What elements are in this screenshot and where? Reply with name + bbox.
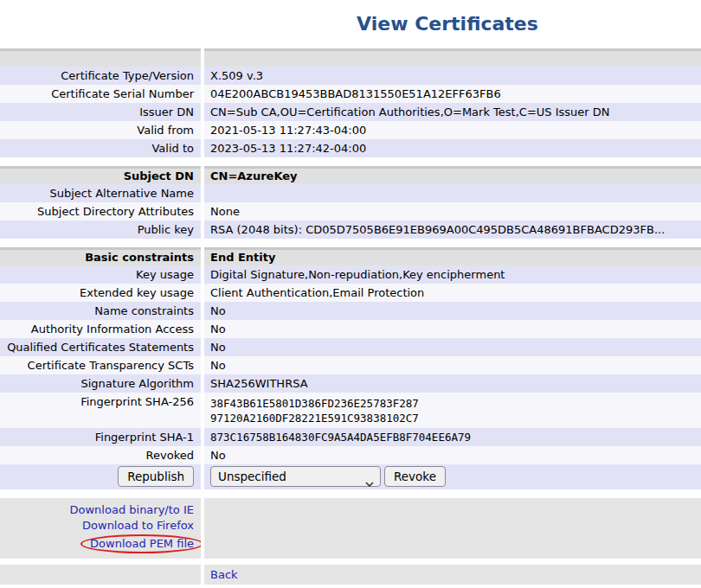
row-label: Fingerprint SHA-1 — [0, 428, 201, 446]
table-row: Fingerprint SHA-256 38F43B61E5801D386FD2… — [0, 393, 701, 428]
row-label: Qualified Certificates Statements — [0, 338, 201, 356]
revoke-cell: Unspecified Revoke — [204, 464, 701, 489]
row-value: No — [204, 356, 701, 374]
section-subject: Subject DN CN=AzureKey Subject Alternati… — [0, 166, 701, 239]
row-value: X.509 v.3 — [204, 67, 701, 85]
section-header-value: End Entity — [204, 247, 701, 265]
row-label: Public key — [0, 220, 201, 239]
download-firefox-link[interactable]: Download to Firefox — [82, 519, 194, 532]
row-value: 38F43B61E5801D386FD236E25783F287 97120A2… — [204, 393, 701, 428]
section-header-empty-label — [0, 48, 201, 67]
section-header-row — [0, 48, 701, 67]
section-header-value: CN=AzureKey — [204, 166, 701, 184]
table-row: Valid from 2021-05-13 11:27:43-04:00 — [0, 121, 701, 139]
table-row: Issuer DN CN=Sub CA,OU=Certification Aut… — [0, 103, 701, 121]
row-value: 873C16758B164830FC9A5A4DA5EFB8F704EE6A79 — [204, 428, 701, 446]
row-value: Digital Signature,Non-repudiation,Key en… — [204, 265, 701, 284]
red-oval-annotation: Download PEM file — [80, 534, 203, 553]
download-row: Download binary/to IE Download to Firefo… — [0, 498, 701, 559]
row-label: Issuer DN — [0, 103, 201, 121]
row-value: Client Authentication,Email Protection — [204, 284, 701, 302]
actions-row: Republish Unspecified Revoke — [0, 464, 701, 489]
row-label: Certificate Transparency SCTs — [0, 356, 201, 374]
revoke-button[interactable]: Revoke — [384, 466, 446, 487]
row-label: Fingerprint SHA-256 — [0, 393, 201, 428]
download-empty-cell — [204, 498, 701, 559]
row-label: Subject Alternative Name — [0, 184, 201, 202]
section-header-row: Basic constraints End Entity — [0, 247, 701, 265]
republish-button[interactable]: Republish — [118, 466, 194, 487]
row-label: Subject Directory Attributes — [0, 202, 201, 220]
table-row: Subject Directory Attributes None — [0, 202, 701, 220]
back-empty-cell — [0, 565, 201, 585]
section-general: Certificate Type/Version X.509 v.3 Certi… — [0, 48, 701, 157]
row-value: 2021-05-13 11:27:43-04:00 — [204, 121, 701, 139]
row-value: 04E200ABCB19453BBAD8131550E51A12EFF63FB6 — [204, 85, 701, 103]
table-row: Certificate Serial Number 04E200ABCB1945… — [0, 85, 701, 103]
download-section: Download binary/to IE Download to Firefo… — [0, 498, 701, 559]
row-label: Signature Algorithm — [0, 374, 201, 393]
row-value: No — [204, 446, 701, 464]
section-header-label: Basic constraints — [0, 247, 201, 265]
back-link[interactable]: Back — [210, 568, 238, 581]
row-label: Extended key usage — [0, 284, 201, 302]
table-row: Subject Alternative Name — [0, 184, 701, 202]
table-row: Certificate Type/Version X.509 v.3 — [0, 67, 701, 85]
table-row: Revoked No — [0, 446, 701, 464]
row-value: RSA (2048 bits): CD05D7505B6E91EB969A00C… — [204, 220, 701, 239]
table-row: Qualified Certificates Statements No — [0, 338, 701, 356]
row-label: Authority Information Access — [0, 320, 201, 338]
table-row: Public key RSA (2048 bits): CD05D7505B6E… — [0, 220, 701, 239]
section-header-label: Subject DN — [0, 166, 201, 184]
revocation-reason-wrap: Unspecified — [210, 466, 381, 487]
row-label: Certificate Type/Version — [0, 67, 201, 85]
row-label: Revoked — [0, 446, 201, 464]
table-row: Certificate Transparency SCTs No — [0, 356, 701, 374]
republish-cell: Republish — [0, 464, 201, 489]
table-row: Signature Algorithm SHA256WITHRSA — [0, 374, 701, 393]
download-pem-link[interactable]: Download PEM file — [90, 537, 194, 550]
section-header-row: Subject DN CN=AzureKey — [0, 166, 701, 184]
section-constraints: Basic constraints End Entity Key usage D… — [0, 247, 701, 489]
row-value: No — [204, 302, 701, 320]
table-row: Authority Information Access No — [0, 320, 701, 338]
section-header-empty-value — [204, 48, 701, 67]
row-value: No — [204, 320, 701, 338]
table-row: Name constraints No — [0, 302, 701, 320]
revocation-reason-select[interactable]: Unspecified — [210, 466, 381, 487]
back-cell: Back — [204, 565, 701, 585]
download-links: Download binary/to IE Download to Firefo… — [0, 498, 201, 559]
page-title: View Certificates — [97, 13, 701, 35]
row-label: Key usage — [0, 265, 201, 284]
download-binary-ie-link[interactable]: Download binary/to IE — [70, 503, 194, 516]
back-row: Back — [0, 565, 701, 585]
fingerprint-sha256-line1: 38F43B61E5801D386FD236E25783F287 — [210, 396, 701, 411]
row-value: None — [204, 202, 701, 220]
row-value: 2023-05-13 11:27:42-04:00 — [204, 139, 701, 157]
table-row: Extended key usage Client Authentication… — [0, 284, 701, 302]
table-row: Valid to 2023-05-13 11:27:42-04:00 — [0, 139, 701, 157]
row-label: Valid from — [0, 121, 201, 139]
row-label: Certificate Serial Number — [0, 85, 201, 103]
row-value: No — [204, 338, 701, 356]
table-row: Key usage Digital Signature,Non-repudiat… — [0, 265, 701, 284]
row-label: Valid to — [0, 139, 201, 157]
row-value: SHA256WITHRSA — [204, 374, 701, 393]
row-label: Name constraints — [0, 302, 201, 320]
table-row: Fingerprint SHA-1 873C16758B164830FC9A5A… — [0, 428, 701, 446]
row-value: CN=Sub CA,OU=Certification Authorities,O… — [204, 103, 701, 121]
row-value — [204, 184, 701, 202]
fingerprint-sha256-line2: 97120A2160DF28221E591C93838102C7 — [210, 411, 701, 425]
